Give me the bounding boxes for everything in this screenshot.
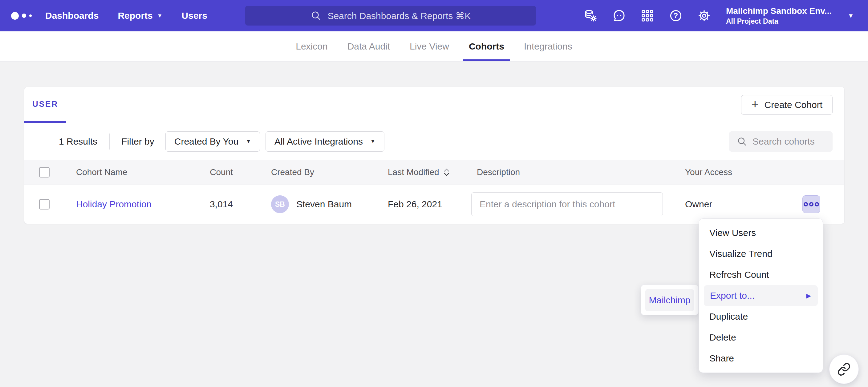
nav-item-dashboards[interactable]: Dashboards: [45, 10, 99, 21]
cohorts-toolbar: 1 Results Filter by Created By You ▼ All…: [24, 123, 844, 160]
chevron-down-icon: ▼: [246, 138, 251, 145]
table-header-row: Cohort Name Count Created By Last Modifi…: [24, 160, 844, 185]
description-input[interactable]: [471, 192, 663, 216]
dot-icon: [815, 202, 819, 206]
copy-link-button[interactable]: [829, 354, 859, 384]
cohorts-panel: USER + Create Cohort 1 Results Filter by…: [24, 87, 845, 224]
tab-user-cohorts[interactable]: USER: [24, 87, 66, 123]
top-nav-bar: Dashboards Reports ▼ Users Search Dashbo…: [0, 0, 868, 31]
nav-item-label: Users: [182, 10, 207, 21]
filter-by-label: Filter by: [121, 136, 154, 147]
nav-item-reports[interactable]: Reports ▼: [118, 10, 162, 21]
sort-arrows-icon: [443, 168, 450, 177]
menu-item-duplicate[interactable]: Duplicate: [699, 306, 823, 327]
nav-item-users[interactable]: Users: [182, 10, 207, 21]
project-scope: All Project Data: [726, 17, 832, 26]
results-count: 1 Results: [59, 136, 97, 147]
created-by-cell: SB Steven Baum: [233, 195, 388, 213]
project-name: Mailchimp Sandbox Env...: [726, 6, 832, 16]
chevron-down-icon: ▼: [370, 138, 375, 145]
dot-icon: [809, 202, 813, 206]
data-management-tabs: Lexicon Data Audit Live View Cohorts Int…: [0, 31, 868, 62]
integrations-filter-dropdown[interactable]: All Active Integrations ▼: [266, 131, 384, 152]
export-to-submenu: Mailchimp: [641, 285, 699, 315]
tab-data-audit[interactable]: Data Audit: [342, 31, 396, 61]
menu-item-delete[interactable]: Delete: [699, 327, 823, 348]
avatar: SB: [271, 195, 289, 213]
dot-icon: [804, 202, 808, 206]
column-header-description: Description: [471, 167, 685, 177]
column-header-your-access: Your Access: [685, 167, 802, 177]
submenu-item-mailchimp[interactable]: Mailchimp: [645, 289, 694, 311]
column-header-cohort-name: Cohort Name: [76, 167, 199, 177]
feedback-icon[interactable]: [612, 9, 626, 23]
select-all-cell: [24, 167, 76, 177]
cohort-count: 3,014: [210, 199, 233, 210]
mixpanel-logo-icon[interactable]: [11, 12, 32, 20]
menu-item-visualize-trend[interactable]: Visualize Trend: [699, 243, 823, 264]
nav-item-label: Dashboards: [45, 10, 99, 21]
submenu-arrow-icon: ▶: [806, 292, 811, 299]
menu-item-share[interactable]: Share: [699, 348, 823, 369]
data-definitions-icon[interactable]: [584, 9, 598, 23]
search-cohorts-box[interactable]: [729, 131, 833, 152]
row-checkbox-cell: [24, 199, 76, 210]
apps-grid-icon[interactable]: [640, 9, 655, 23]
column-header-created-by: Created By: [233, 167, 388, 177]
row-checkbox[interactable]: [39, 199, 50, 210]
create-cohort-label: Create Cohort: [765, 100, 823, 110]
top-nav-links: Dashboards Reports ▼ Users: [45, 10, 207, 21]
top-nav-right: ? Mailchimp Sandbox Env... All Project D…: [584, 0, 868, 31]
more-options-button[interactable]: [802, 195, 820, 213]
tab-integrations[interactable]: Integrations: [518, 31, 578, 61]
created-by-filter-dropdown[interactable]: Created By You ▼: [165, 131, 260, 152]
global-search-bar[interactable]: Search Dashboards & Reports ⌘K: [245, 6, 536, 26]
select-all-checkbox[interactable]: [39, 167, 50, 177]
plus-icon: +: [751, 98, 759, 111]
column-header-count: Count: [210, 167, 233, 177]
project-selector[interactable]: Mailchimp Sandbox Env... All Project Dat…: [726, 6, 832, 26]
search-icon: [737, 136, 748, 147]
cohort-name-link[interactable]: Holiday Promotion: [76, 199, 199, 210]
panel-header: USER + Create Cohort: [24, 87, 844, 123]
menu-item-export-to[interactable]: Export to... ▶: [704, 285, 818, 306]
help-icon[interactable]: ?: [669, 9, 683, 23]
table-row: Holiday Promotion 3,014 SB Steven Baum F…: [24, 185, 844, 224]
created-by-name: Steven Baum: [296, 199, 352, 210]
create-cohort-button[interactable]: + Create Cohort: [741, 95, 833, 115]
nav-item-label: Reports: [118, 10, 152, 21]
description-cell: [471, 192, 685, 216]
link-icon: [837, 362, 851, 376]
cohort-context-menu: View Users Visualize Trend Refresh Count…: [699, 218, 823, 373]
menu-item-refresh-count[interactable]: Refresh Count: [699, 264, 823, 285]
search-cohorts-input[interactable]: [752, 136, 825, 147]
project-chevron-down-icon[interactable]: ▼: [848, 12, 854, 20]
settings-gear-icon[interactable]: [697, 9, 711, 23]
tab-lexicon[interactable]: Lexicon: [290, 31, 333, 61]
menu-item-view-users[interactable]: View Users: [699, 222, 823, 243]
tab-live-view[interactable]: Live View: [404, 31, 455, 61]
last-modified-date: Feb 26, 2021: [388, 199, 471, 210]
chevron-down-icon: ▼: [157, 12, 163, 19]
access-level: Owner: [685, 199, 802, 210]
divider: [109, 134, 110, 149]
global-search-placeholder: Search Dashboards & Reports ⌘K: [328, 10, 471, 21]
search-icon: [310, 10, 322, 22]
tab-cohorts[interactable]: Cohorts: [463, 31, 510, 61]
column-header-last-modified[interactable]: Last Modified: [388, 167, 471, 177]
cohorts-page: Dashboards Reports ▼ Users Search Dashbo…: [0, 0, 868, 387]
row-actions-cell: [802, 195, 844, 213]
